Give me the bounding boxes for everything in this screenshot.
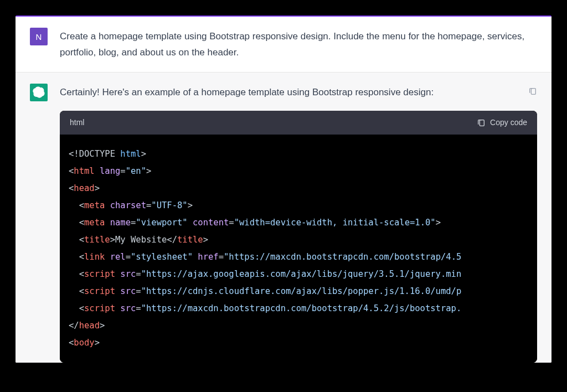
code-line: <meta name="viewport" content="width=dev… <box>69 214 528 231</box>
code-line: <link rel="stylesheet" href="https://max… <box>69 249 528 266</box>
code-language-label: html <box>70 116 84 130</box>
code-line: </head> <box>69 317 528 334</box>
user-message-text: Create a homepage template using Bootstr… <box>60 28 537 61</box>
code-block: html Copy code <!DOCTYPE html><html lang… <box>60 111 537 363</box>
assistant-content: Certainly! Here's an example of a homepa… <box>60 84 537 363</box>
code-line: <html lang="en"> <box>69 163 528 180</box>
assistant-avatar <box>30 84 48 101</box>
clipboard-icon[interactable] <box>528 87 537 96</box>
assistant-message: Certainly! Here's an example of a homepa… <box>16 73 551 363</box>
code-line: <meta charset="UTF-8"> <box>69 197 528 214</box>
chat-window: N Create a homepage template using Boots… <box>16 16 551 363</box>
code-line: <script src="https://ajax.googleapis.com… <box>69 266 528 283</box>
svg-rect-0 <box>531 88 535 94</box>
user-avatar: N <box>30 28 48 45</box>
code-line: <script src="https://maxcdn.bootstrapcdn… <box>69 300 528 317</box>
code-line: <head> <box>69 180 528 197</box>
code-content[interactable]: <!DOCTYPE html><html lang="en"><head> <m… <box>60 135 537 363</box>
code-line: <!DOCTYPE html> <box>69 146 528 163</box>
copy-code-label: Copy code <box>490 116 527 130</box>
code-line: <script src="https://cdnjs.cloudflare.co… <box>69 283 528 300</box>
code-header: html Copy code <box>60 111 537 135</box>
copy-icon <box>477 118 486 127</box>
user-message: N Create a homepage template using Boots… <box>16 17 551 73</box>
code-line: <title>My Website</title> <box>69 231 528 249</box>
openai-icon <box>33 86 45 99</box>
assistant-message-text: Certainly! Here's an example of a homepa… <box>60 85 522 101</box>
copy-code-button[interactable]: Copy code <box>477 116 527 130</box>
code-line: <body> <box>69 334 528 352</box>
svg-rect-1 <box>480 120 484 126</box>
